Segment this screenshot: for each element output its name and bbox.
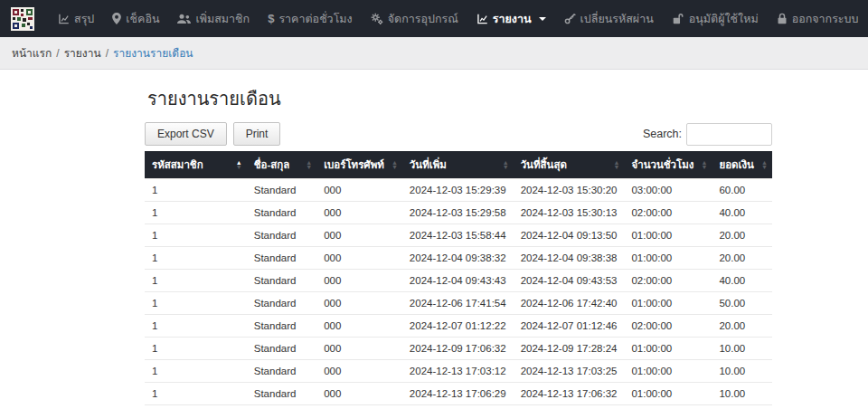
cell-r3-c0: 1 [145, 247, 247, 270]
table-row: 1Standard0002024-12-13 17:06:292024-12-1… [145, 383, 772, 405]
cell-r0-c4: 2024-12-03 15:30:20 [514, 179, 625, 202]
cell-r8-c5: 01:00:00 [624, 360, 712, 383]
cell-r6-c6: 20.00 [712, 315, 772, 338]
nav-item-0[interactable]: สรุป [49, 0, 103, 37]
cell-r0-c1: Standard [247, 179, 316, 202]
breadcrumb-item-1[interactable]: รายงาน [64, 47, 101, 60]
nav-item-5[interactable]: รายงาน [467, 0, 555, 37]
export-csv-button[interactable]: Export CSV [145, 122, 227, 146]
breadcrumb-item-2[interactable]: รายงานรายเดือน [113, 47, 193, 60]
cell-r4-c5: 02:00:00 [624, 270, 712, 292]
cell-r1-c3: 2024-12-03 15:29:58 [402, 202, 514, 224]
search-label: Search: [643, 128, 682, 140]
cell-r7-c6: 10.00 [712, 338, 772, 360]
sort-icon: ▲▼ [503, 160, 509, 169]
cell-r1-c1: Standard [247, 202, 316, 224]
cell-r5-c4: 2024-12-06 17:42:40 [514, 292, 625, 315]
nav-item-4[interactable]: จัดการอุปกรณ์ [362, 0, 467, 37]
qr-logo[interactable] [11, 7, 34, 31]
cell-r1-c2: 000 [316, 202, 402, 224]
nav-item-3[interactable]: $ราคาต่อชั่วโมง [259, 0, 362, 37]
column-header-label: จำนวนชั่วโมง [631, 159, 693, 170]
sort-icon: ▲▼ [306, 160, 312, 169]
cell-r4-c1: Standard [247, 270, 316, 292]
nav-item-label: อนุมัติผู้ใช้ใหม่ [689, 10, 759, 28]
top-navbar: สรุปเช็คอินเพิ่มสมาชิก$ราคาต่อชั่วโมงจัด… [0, 0, 868, 37]
table-row: 1Standard0002024-12-09 17:06:322024-12-0… [145, 338, 772, 360]
breadcrumb: หน้าแรก/รายงาน/รายงานรายเดือน [0, 37, 868, 70]
cell-r3-c6: 20.00 [712, 247, 772, 270]
cell-r5-c5: 01:00:00 [624, 292, 712, 315]
map-marker-icon [112, 13, 121, 24]
nav-item-label: เช็คอิน [126, 10, 159, 28]
cell-r2-c0: 1 [145, 224, 247, 247]
column-header-label: เบอร์โทรศัพท์ [324, 159, 384, 170]
nav-item-label: ราคาต่อชั่วโมง [278, 10, 352, 28]
column-header-label: ยอดเงิน [719, 159, 754, 170]
cell-r8-c1: Standard [247, 360, 316, 383]
cell-r9-c4: 2024-12-13 17:06:32 [514, 383, 625, 405]
cell-r7-c1: Standard [247, 338, 316, 360]
cell-r9-c0: 1 [145, 383, 247, 405]
table-row: 1Standard0002024-12-03 15:29:582024-12-0… [145, 202, 772, 224]
column-header-6[interactable]: ยอดเงิน▲▼ [712, 151, 772, 179]
nav-item-8[interactable]: ออกจากระบบ [768, 0, 868, 37]
cell-r2-c5: 01:00:00 [624, 224, 712, 247]
chart-line-icon [58, 14, 70, 24]
column-header-label: รหัสสมาชิก [152, 159, 203, 170]
cell-r4-c4: 2024-12-04 09:43:53 [514, 270, 625, 292]
sort-icon: ▲▼ [702, 160, 708, 169]
column-header-label: วันที่เพิ่ม [410, 159, 447, 170]
cell-r4-c0: 1 [145, 270, 247, 292]
nav-menu: สรุปเช็คอินเพิ่มสมาชิก$ราคาต่อชั่วโมงจัด… [49, 0, 867, 37]
nav-item-label: สรุป [74, 10, 94, 28]
nav-item-label: เปลี่ยนรหัสผ่าน [580, 10, 654, 28]
column-header-label: วันที่สิ้นสุด [521, 159, 567, 170]
sort-icon: ▲▼ [614, 160, 620, 169]
cell-r5-c6: 50.00 [712, 292, 772, 315]
cell-r0-c5: 03:00:00 [624, 179, 712, 202]
column-header-2[interactable]: เบอร์โทรศัพท์▲▼ [316, 151, 402, 179]
table-row: 1Standard0002024-12-06 17:41:542024-12-0… [145, 292, 772, 315]
cell-r7-c0: 1 [145, 338, 247, 360]
cell-r7-c2: 000 [316, 338, 402, 360]
sort-icon: ▲▼ [761, 160, 768, 169]
cell-r6-c4: 2024-12-07 01:12:46 [514, 315, 625, 338]
column-header-1[interactable]: ชื่อ-สกุล▲▼ [247, 151, 316, 179]
cell-r9-c1: Standard [247, 383, 316, 405]
table-body: 1Standard0002024-12-03 15:29:392024-12-0… [145, 179, 772, 405]
nav-item-2[interactable]: เพิ่มสมาชิก [168, 0, 259, 37]
column-header-5[interactable]: จำนวนชั่วโมง▲▼ [624, 151, 712, 179]
column-header-3[interactable]: วันที่เพิ่ม▲▼ [402, 151, 514, 179]
table-row: 1Standard0002024-12-04 09:38:322024-12-0… [145, 247, 772, 270]
cell-r1-c4: 2024-12-03 15:30:13 [514, 202, 625, 224]
table-toolbar: Export CSV Print Search: [145, 122, 772, 146]
cell-r0-c2: 000 [316, 179, 402, 202]
dollar-icon: $ [268, 12, 274, 25]
cell-r7-c4: 2024-12-09 17:28:24 [514, 338, 625, 360]
cell-r8-c6: 10.00 [712, 360, 772, 383]
nav-item-1[interactable]: เช็คอิน [103, 0, 168, 37]
cell-r6-c1: Standard [247, 315, 316, 338]
cell-r2-c1: Standard [247, 224, 316, 247]
cell-r9-c5: 01:00:00 [624, 383, 712, 405]
cell-r7-c3: 2024-12-09 17:06:32 [402, 338, 514, 360]
nav-item-6[interactable]: เปลี่ยนรหัสผ่าน [555, 0, 663, 37]
column-header-0[interactable]: รหัสสมาชิก▲▼ [145, 151, 247, 179]
breadcrumb-item-0[interactable]: หน้าแรก [12, 47, 52, 60]
column-header-4[interactable]: วันที่สิ้นสุด▲▼ [514, 151, 625, 179]
main-content: รายงานรายเดือน Export CSV Print Search: … [145, 84, 772, 409]
cell-r6-c2: 000 [316, 315, 402, 338]
cell-r7-c5: 01:00:00 [624, 338, 712, 360]
report-table: รหัสสมาชิก▲▼ชื่อ-สกุล▲▼เบอร์โทรศัพท์▲▼วั… [145, 151, 772, 405]
nav-item-7[interactable]: อนุมัติผู้ใช้ใหม่ [663, 0, 768, 37]
nav-item-label: จัดการอุปกรณ์ [388, 10, 458, 28]
cogs-icon [371, 13, 383, 25]
cell-r6-c3: 2024-12-07 01:12:22 [402, 315, 514, 338]
table-row: 1Standard0002024-12-04 09:43:432024-12-0… [145, 270, 772, 292]
print-button[interactable]: Print [233, 122, 281, 146]
table-header: รหัสสมาชิก▲▼ชื่อ-สกุล▲▼เบอร์โทรศัพท์▲▼วั… [145, 151, 772, 179]
search-input[interactable] [686, 123, 772, 146]
cell-r5-c3: 2024-12-06 17:41:54 [402, 292, 514, 315]
breadcrumb-separator: / [106, 47, 108, 60]
